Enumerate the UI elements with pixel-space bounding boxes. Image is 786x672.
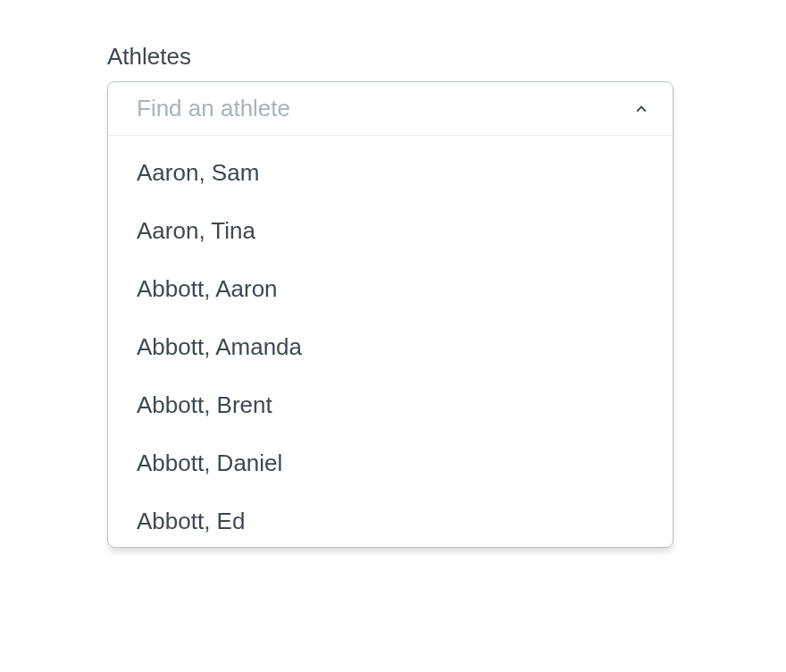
chevron-up-icon <box>631 99 651 119</box>
list-item[interactable]: Abbott, Ed <box>108 492 673 547</box>
list-item[interactable]: Abbott, Brent <box>108 376 673 434</box>
list-item[interactable]: Abbott, Daniel <box>108 434 673 492</box>
athlete-combobox: Aaron, Sam Aaron, Tina Abbott, Aaron Abb… <box>107 81 673 548</box>
list-item[interactable]: Abbott, Aaron <box>108 260 673 318</box>
list-item[interactable]: Abbott, Amanda <box>108 318 673 376</box>
list-item[interactable]: Aaron, Tina <box>108 202 673 260</box>
combobox-input-row <box>108 82 673 136</box>
field-label: Athletes <box>107 43 679 71</box>
list-item[interactable]: Aaron, Sam <box>108 136 673 202</box>
collapse-button[interactable] <box>628 96 655 122</box>
combobox-panel: Aaron, Sam Aaron, Tina Abbott, Aaron Abb… <box>107 81 673 548</box>
options-list: Aaron, Sam Aaron, Tina Abbott, Aaron Abb… <box>108 136 673 547</box>
athlete-search-input[interactable] <box>137 95 628 122</box>
